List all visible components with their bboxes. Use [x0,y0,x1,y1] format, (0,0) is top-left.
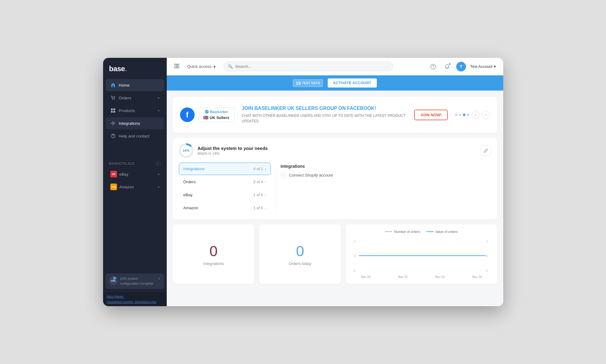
setup-item-orders[interactable]: Orders 0 of 4 › [179,176,271,188]
help-icon [110,133,116,139]
svg-point-0 [112,99,112,100]
setup-item-integrations-right: 0 of 1 › [253,167,266,171]
add-marketplace-button[interactable]: + [156,161,161,166]
cart-icon [110,95,116,101]
amazon-arrow-icon: › [265,206,266,210]
topbar-right: T Test Account ▾ [428,62,496,71]
close-notification-button[interactable]: ✕ [158,276,161,281]
amazon-chevron-icon: ▾ [158,185,159,189]
svg-point-14 [433,68,434,68]
legend-line-blue [426,231,434,232]
quick-access-chevron-icon: ▾ [213,64,216,69]
activate-account-button[interactable]: ACTIVATE ACCOUNT [328,78,377,88]
promo-navigation: ‹ › [455,111,490,119]
setup-item-amazon-right: 1 of 5 › [253,206,266,210]
setup-card: 14% Adjust the system to your needs Matc… [173,138,497,220]
user-name-button[interactable]: Test Account ▾ [470,64,496,69]
chart-area: 1 0 -1 1 0 -1 [352,237,491,279]
integrations-icon [110,121,116,126]
setup-subtitle: Match in 14% [198,151,268,156]
search-input[interactable] [235,64,383,69]
sidebar-item-integrations[interactable]: Integrations [105,117,164,129]
svg-point-6 [112,122,114,124]
notifications-button[interactable] [442,62,452,71]
status-url: https://panel-f.baselinker.com/list_inte… [107,295,156,304]
topbar: Quick access ▾ 🔍 → [167,58,503,75]
sidebar-item-help[interactable]: Help and contact [105,130,164,142]
setup-item-amazon-label: Amazon [183,206,199,210]
setup-item-orders-label: Orders [183,180,196,184]
promo-dots [455,114,469,116]
quick-access-menu[interactable]: Quick access ▾ [184,62,219,71]
chart-label-nov24: Nov 24 [435,275,445,279]
sidebar-item-amazon[interactable]: Am Amazon ▾ [105,181,164,193]
setup-item-ebay-label: eBay [183,193,193,197]
sidebar-item-products[interactable]: Products ▾ [105,104,164,117]
svg-rect-3 [113,108,115,110]
setup-edit-button[interactable] [481,145,491,156]
setup-item-amazon[interactable]: Amazon 1 of 5 › [179,202,271,214]
shopify-connect-label: Connect Shopify account [289,173,333,177]
promo-content: JOIN BASELINKER UK SELLERS GROUP ON FACE… [242,106,407,124]
sidebar-logo: base. [103,58,167,78]
ebay-arrow-icon: › [265,193,266,197]
promo-cta-button[interactable]: JOIN NOW! [414,110,447,120]
chart-label-nov22: Nov 22 [398,275,408,279]
sidebar-item-orders[interactable]: Orders ▾ [105,92,164,104]
svg-text:1: 1 [354,240,356,243]
svg-point-1 [114,99,114,100]
svg-text:0: 0 [486,254,487,258]
svg-text:1: 1 [486,240,487,243]
orders-chevron-icon: ▾ [158,96,159,100]
legend-orders-value: Value of orders [426,230,458,233]
promo-dot-1[interactable] [455,114,457,116]
promo-prev-button[interactable]: ‹ [472,111,480,119]
config-notification-text: 14% system configuration complete [120,276,155,286]
chart-card: Number of orders Value of orders [346,224,497,284]
setup-item-orders-count: 0 of 4 [253,180,263,184]
amazon-label: Amazon [119,185,134,189]
legend-line-gray [385,231,392,232]
promo-dot-2[interactable] [459,114,461,116]
trial-days-badge: 15 TEST DAYS [293,79,323,87]
baselinker-logo-small: BaseLinker [205,110,228,114]
promo-logo-box: BaseLinker 🇬🇧 UK Sellers [198,108,235,122]
ebay-badge: eB [110,171,117,177]
promo-title: JOIN BASELINKER UK SELLERS GROUP ON FACE… [242,106,407,111]
promo-dot-3[interactable] [463,114,465,116]
check-icon-shopify: ✓ [281,172,286,178]
quick-access-label: Quick access [187,64,212,69]
logo-text: base. [109,65,127,73]
setup-item-ebay[interactable]: eBay 1 of 5 › [179,189,271,201]
setup-item-ebay-right: 1 of 5 › [253,193,266,197]
search-icon: 🔍 [228,64,233,69]
sidebar-item-products-label: Products [119,108,135,113]
sidebar-item-home[interactable]: Home [105,79,164,91]
setup-item-integrations-label: Integrations [183,167,205,171]
sidebar-item-help-label: Help and contact [119,134,149,138]
logo-dot: . [125,65,127,73]
notification-dot [449,63,451,65]
promo-description: CHAT WITH OTHER BASELINKER USERS AND STA… [242,113,407,124]
setup-item-integrations[interactable]: Integrations 0 of 1 › [179,163,271,175]
stats-row: 0 Integrations 0 Orders today Number o [173,224,497,284]
svg-rect-4 [111,111,113,113]
user-avatar[interactable]: T [456,62,466,71]
setup-item-integrations-count: 0 of 1 [253,167,263,171]
help-button[interactable] [428,62,438,71]
promo-image: f BaseLinker 🇬🇧 UK S [180,103,235,127]
setup-titles: Adjust the system to your needs Match in… [198,146,268,156]
promo-next-button[interactable]: › [482,111,490,119]
setup-detail-title: Integrations [281,164,491,169]
search-submit-button[interactable]: → [385,65,389,69]
setup-detail: Integrations ✓ Connect Shopify account [281,163,491,214]
promo-dot-4[interactable] [467,114,469,116]
sidebar-toggle-button[interactable] [174,64,179,69]
setup-list: Integrations 0 of 1 › Orders 0 of 4 [179,163,276,214]
svg-text:0: 0 [354,254,356,258]
amazon-badge: Am [110,184,117,190]
sidebar-item-integrations-label: Integrations [119,121,140,126]
sidebar-item-ebay[interactable]: eB eBay ▾ [105,168,164,180]
svg-rect-2 [111,108,113,110]
setup-progress-circle: 14% [179,143,193,158]
